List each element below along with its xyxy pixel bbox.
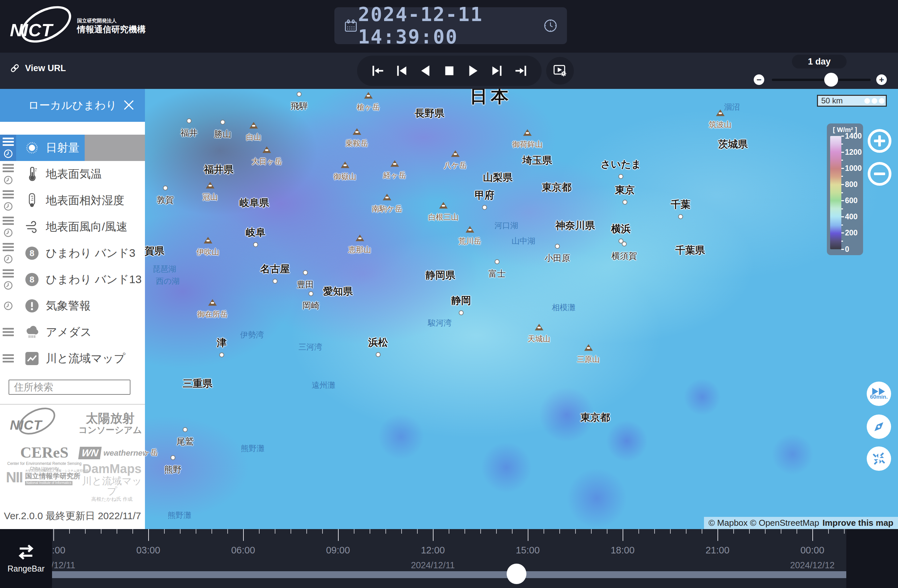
layer-clock-icon[interactable] bbox=[4, 281, 13, 290]
time-range-slider: − + bbox=[751, 71, 889, 88]
range-slider-handle[interactable] bbox=[824, 73, 838, 87]
layer-item-handles bbox=[0, 187, 16, 214]
timeline-hour-label: 00:00 bbox=[52, 545, 65, 556]
timeline-bar: 00:0003:0006:0009:0012:0015:0018:0021:00… bbox=[0, 529, 898, 588]
layer-item-1[interactable]: 地表面気温 bbox=[0, 161, 145, 187]
toolbar: View URL bbox=[0, 53, 898, 89]
layer-item-label: 川と流域マップ bbox=[46, 351, 125, 366]
layer-panel-header: ローカルひまわり bbox=[0, 89, 145, 122]
range-decrease-button[interactable]: − bbox=[754, 74, 764, 85]
datetime-display[interactable]: 2024-12-11 14:39:00 bbox=[334, 7, 567, 44]
menu-icon[interactable] bbox=[3, 243, 14, 252]
time-slider-handle[interactable] bbox=[507, 563, 526, 584]
menu-icon[interactable] bbox=[3, 164, 14, 172]
animation-settings-button[interactable] bbox=[546, 57, 574, 84]
stop-button[interactable] bbox=[441, 63, 458, 79]
timeline-tick bbox=[591, 529, 592, 534]
layer-item-5[interactable]: 8ひまわり バンド13 bbox=[0, 266, 145, 293]
layer-item-label: 地表面風向/風速 bbox=[46, 219, 127, 235]
layer-clock-icon[interactable] bbox=[4, 255, 13, 264]
layer-item-label: 地表面相対湿度 bbox=[46, 193, 124, 208]
layer-clock-icon[interactable] bbox=[4, 301, 13, 310]
timeline-tick bbox=[544, 529, 544, 534]
fast-forward-60min-button[interactable]: 60min. bbox=[867, 382, 891, 406]
wind-icon bbox=[25, 220, 39, 234]
compass-button[interactable] bbox=[867, 415, 891, 439]
layer-item-7[interactable]: アメダス bbox=[0, 319, 145, 345]
timeline-tick bbox=[638, 529, 639, 534]
layer-item-label: アメダス bbox=[46, 325, 92, 340]
menu-icon[interactable] bbox=[3, 354, 14, 363]
menu-icon[interactable] bbox=[3, 269, 14, 278]
range-increase-button[interactable]: + bbox=[876, 74, 887, 85]
top-bar: NICT 国立研究開発法人 情報通信研究機構 2024-12-11 14:39:… bbox=[0, 0, 898, 53]
layer-item-6[interactable]: 気象警報 bbox=[0, 293, 145, 319]
timeline-hour-label: 00:00 bbox=[801, 545, 824, 556]
timeline-hour-label: 15:00 bbox=[516, 545, 540, 556]
layer-item-2[interactable]: 地表面相対湿度 bbox=[0, 187, 145, 214]
timeline-tick bbox=[749, 529, 750, 534]
menu-icon[interactable] bbox=[3, 138, 14, 146]
map-canvas[interactable]: 日本飛騨槍ヶ岳長野県涸沼筑波山茨城県福井勝山白山乗鞍岳御荷鉾山八ケ岳埼玉県さいた… bbox=[145, 89, 898, 529]
timeline-tick bbox=[132, 529, 133, 534]
map-attribution: © Mapbox © OpenStreetMap Improve this ma… bbox=[704, 517, 898, 529]
timeline-tick bbox=[101, 529, 101, 534]
band8-icon: 8 bbox=[25, 246, 39, 260]
layer-item-handles bbox=[0, 293, 16, 319]
view-url-button[interactable]: View URL bbox=[9, 63, 66, 74]
layer-item-0[interactable]: 日射量 bbox=[0, 135, 145, 161]
timeline-tick bbox=[85, 529, 86, 534]
layer-clock-icon[interactable] bbox=[4, 175, 13, 185]
timeline-tick bbox=[464, 529, 465, 534]
timeline-tick bbox=[180, 529, 180, 534]
skip-to-end-button[interactable] bbox=[512, 63, 529, 79]
step-forward-button[interactable] bbox=[488, 63, 505, 79]
local-himawari-app: NICT 国立研究開発法人 情報通信研究機構 2024-12-11 14:39:… bbox=[0, 0, 898, 588]
credits-logos: NICT 太陽放射 コンソーシアム CEReS Center for Envir… bbox=[0, 405, 145, 507]
address-search-input[interactable] bbox=[9, 379, 131, 395]
clock-icon[interactable] bbox=[543, 18, 558, 33]
timeline-area[interactable]: 00:0003:0006:0009:0012:0015:0018:0021:00… bbox=[52, 529, 846, 588]
layer-item-3[interactable]: 地表面風向/風速 bbox=[0, 214, 145, 240]
step-back-button[interactable] bbox=[393, 63, 411, 79]
timeline-tick bbox=[797, 529, 797, 534]
warning-icon bbox=[25, 299, 39, 313]
range-slider-track[interactable] bbox=[772, 79, 871, 81]
timeline-hour-label: 09:00 bbox=[326, 545, 350, 556]
layer-item-4[interactable]: 8ひまわり バンド3 bbox=[0, 240, 145, 266]
layer-item-handles bbox=[0, 214, 16, 240]
map-zoom-out-button[interactable] bbox=[868, 162, 892, 186]
thermometer-icon bbox=[25, 167, 39, 181]
play-button[interactable] bbox=[464, 63, 481, 79]
rangebar-toggle[interactable]: RangeBar bbox=[0, 529, 52, 588]
timeline-track[interactable] bbox=[52, 571, 846, 578]
timeline-tick bbox=[259, 529, 260, 534]
timeline-tick bbox=[148, 529, 149, 541]
svg-text:8: 8 bbox=[30, 275, 34, 284]
layer-clock-icon[interactable] bbox=[4, 202, 13, 211]
timeline-tick bbox=[449, 529, 449, 534]
timeline-date-label: 2024/12/11 bbox=[411, 560, 455, 571]
timeline-tick bbox=[765, 529, 766, 534]
layer-clock-icon[interactable] bbox=[4, 149, 13, 158]
loading-dots-icon bbox=[864, 98, 884, 104]
layer-clock-icon[interactable] bbox=[4, 228, 13, 237]
collapse-arrows-icon bbox=[871, 451, 886, 466]
layer-item-8[interactable]: 川と流域マップ bbox=[0, 345, 145, 372]
version-text: Ver.2.0.0 最終更新日 2022/11/7 bbox=[0, 509, 145, 523]
timeline-tick bbox=[812, 529, 813, 541]
menu-icon[interactable] bbox=[3, 190, 14, 199]
menu-icon[interactable] bbox=[3, 328, 14, 336]
improve-map-link[interactable]: Improve this map bbox=[823, 518, 893, 528]
play-reverse-button[interactable] bbox=[417, 63, 434, 79]
timeline-hour-label: 03:00 bbox=[136, 545, 160, 556]
recenter-collapse-button[interactable] bbox=[867, 447, 891, 471]
timeline-tick bbox=[670, 529, 671, 534]
close-icon[interactable] bbox=[121, 97, 136, 113]
calendar-icon[interactable] bbox=[344, 18, 358, 33]
layer-menu: 日射量地表面気温地表面相対湿度地表面風向/風速8ひまわり バンド38ひまわり バ… bbox=[0, 135, 145, 372]
menu-icon[interactable] bbox=[3, 216, 14, 225]
logo-subtitle-1: 国立研究開発法人 bbox=[77, 18, 146, 24]
skip-to-start-button[interactable] bbox=[370, 63, 387, 79]
map-zoom-in-button[interactable] bbox=[868, 129, 892, 153]
